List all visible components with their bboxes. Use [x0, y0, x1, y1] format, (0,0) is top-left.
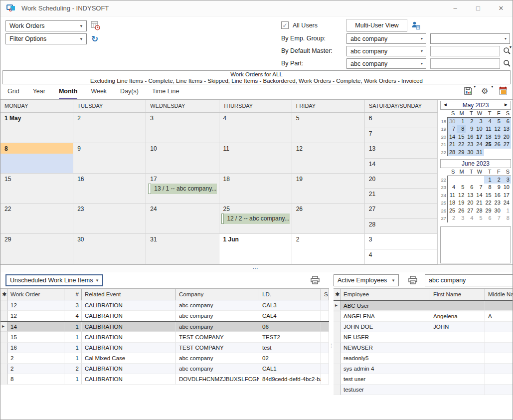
mini-day-cell[interactable]: 3	[457, 214, 466, 222]
calendar-day-cell[interactable]: 2512 / 2 -- abc company...	[219, 204, 292, 234]
mini-day-cell[interactable]: 19	[457, 199, 466, 207]
mini-day-cell[interactable]: 9	[466, 125, 475, 133]
column-header[interactable]: Related Event	[82, 289, 176, 300]
mini-day-cell[interactable]: 10	[502, 184, 511, 192]
work-item-row[interactable]: 81CALIBRATIONDOVDLFHCNMZJBUXSLFCGNI84d9c…	[0, 374, 329, 385]
calendar-day-cell[interactable]: 31	[146, 234, 219, 264]
mini-day-cell[interactable]: 30	[448, 118, 457, 126]
mini-day-cell[interactable]: 10	[475, 125, 484, 133]
print-icon[interactable]	[310, 276, 320, 285]
mini-day-cell[interactable]: 4	[484, 118, 493, 126]
mini-day-cell[interactable]: 12	[457, 192, 466, 200]
mini-day-cell[interactable]: 13	[502, 125, 511, 133]
mini-day-cell[interactable]: 17	[502, 192, 511, 200]
calendar-day-cell[interactable]: 30	[73, 234, 146, 264]
mini-day-cell[interactable]: 13	[466, 192, 475, 200]
mini-day-cell[interactable]: 22	[457, 141, 466, 149]
close-button[interactable]: ✕	[490, 0, 513, 16]
column-header[interactable]: #	[64, 289, 82, 300]
mini-day-cell[interactable]: 25	[484, 141, 493, 149]
mini-day-cell[interactable]: 1	[457, 118, 466, 126]
mini-day-cell[interactable]: 27	[502, 141, 511, 149]
mini-day-cell[interactable]: 15	[484, 192, 493, 200]
mini-day-cell[interactable]: 5	[457, 184, 466, 192]
calendar-day-cell[interactable]: 4	[219, 113, 292, 143]
mini-day-cell[interactable]: 3	[475, 118, 484, 126]
calendar-day-cell[interactable]: 22	[0, 204, 73, 234]
calendar-day-cell[interactable]: 29	[0, 234, 73, 264]
tab-week[interactable]: Week	[91, 88, 107, 99]
employee-row[interactable]: sys admin 4	[334, 364, 513, 374]
mini-day-cell[interactable]: 5	[475, 214, 484, 222]
calendar-day-cell[interactable]: 28	[365, 218, 437, 233]
print-icon[interactable]	[408, 276, 418, 285]
view-mode-dropdown[interactable]: Work Orders ▼	[5, 20, 87, 31]
mini-day-cell[interactable]: 20	[502, 133, 511, 141]
mini-day-cell[interactable]: 27	[466, 207, 475, 215]
default-master-company-dropdown[interactable]: abc company ▾	[346, 46, 426, 56]
mini-day-cell[interactable]: 26	[457, 207, 466, 215]
column-chooser-icon[interactable]: ✱	[334, 289, 341, 300]
calendar-day-cell[interactable]: 5	[292, 113, 365, 143]
minimize-button[interactable]: –	[444, 0, 467, 16]
mini-day-cell[interactable]: 28	[448, 149, 457, 157]
work-item-row[interactable]: 123CALIBRATIONabc companyCAL3	[0, 300, 329, 311]
maximize-button[interactable]: □	[467, 0, 490, 16]
column-header[interactable]: First Name	[430, 289, 485, 300]
mini-day-cell[interactable]: 5	[493, 118, 502, 126]
column-header[interactable]: Employee	[341, 289, 430, 300]
mini-day-cell[interactable]: 26	[493, 141, 502, 149]
calendar-day-cell[interactable]: 9	[73, 143, 146, 174]
mini-day-cell[interactable]: 15	[457, 133, 466, 141]
calendar-day-cell[interactable]: 6	[365, 113, 437, 128]
calendar-day-cell[interactable]: 1 Jun	[219, 234, 292, 264]
calendar-day-cell[interactable]: 13	[365, 143, 437, 158]
default-master-input[interactable]	[430, 46, 500, 56]
employee-row[interactable]: NEWUSER	[334, 343, 513, 353]
mini-day-cell[interactable]: 4	[466, 214, 475, 222]
calendar-day-cell[interactable]: 11	[219, 143, 292, 174]
mini-day-cell[interactable]: 23	[493, 199, 502, 207]
settings-gear-icon[interactable]: ⚙ ▾	[481, 86, 491, 96]
mini-day-cell[interactable]: 7	[493, 214, 502, 222]
mini-day-cell[interactable]: 21	[475, 199, 484, 207]
mini-day-cell[interactable]: 17	[475, 133, 484, 141]
calendar-day-cell[interactable]: 3	[365, 234, 437, 249]
mini-day-cell[interactable]: 8	[502, 214, 511, 222]
calendar-day-cell[interactable]: 1713 / 1 -- abc company...	[146, 174, 219, 204]
calendar-day-cell[interactable]: 2	[73, 113, 146, 143]
previous-month-icon[interactable]: ◄	[443, 102, 448, 107]
column-header[interactable]: S	[321, 289, 329, 300]
calendar-day-cell[interactable]: 12	[292, 143, 365, 174]
tab-day-s-[interactable]: Day(s)	[120, 88, 139, 99]
work-items-selector-dropdown[interactable]: Unscheduled Work Line Items ▼	[5, 274, 103, 286]
emp-group-value-dropdown[interactable]: ▾	[430, 33, 510, 44]
mini-day-cell[interactable]: 11	[484, 125, 493, 133]
save-layout-icon[interactable]: ▾	[464, 86, 474, 96]
next-month-icon[interactable]: ►	[504, 102, 509, 107]
emp-group-company-dropdown[interactable]: abc company ▾	[346, 33, 426, 44]
tab-year[interactable]: Year	[33, 88, 45, 99]
mini-day-cell[interactable]: 29	[484, 207, 493, 215]
work-item-row[interactable]: 161CALIBRATIONTEST COMPANYtest	[0, 343, 329, 353]
mini-day-cell[interactable]: 9	[493, 184, 502, 192]
mini-day-cell[interactable]: 22	[484, 199, 493, 207]
mini-day-cell[interactable]: 30	[466, 149, 475, 157]
column-header[interactable]: I.D.	[259, 289, 321, 300]
user-calendar-icon[interactable]	[411, 21, 420, 30]
mini-day-cell[interactable]: 31	[475, 149, 484, 157]
calendar-day-cell[interactable]: 27	[365, 204, 437, 218]
all-users-checkbox[interactable]: ✓	[281, 21, 289, 29]
employees-selector-dropdown[interactable]: Active Employees ▼	[334, 274, 399, 286]
mini-day-cell[interactable]: 16	[493, 192, 502, 200]
mini-day-cell[interactable]: 30	[493, 207, 502, 215]
column-header[interactable]: Work Order	[7, 289, 64, 300]
calendar-day-cell[interactable]: 24	[146, 204, 219, 234]
calendar-day-cell[interactable]: 20	[365, 174, 437, 189]
mini-day-cell[interactable]: 8	[457, 125, 466, 133]
calendar-day-cell[interactable]: 7	[365, 128, 437, 143]
calendar-day-cell[interactable]: 19	[292, 174, 365, 204]
calendar-day-cell[interactable]: 26	[292, 204, 365, 234]
employee-company-dropdown[interactable]: abc company ▾	[425, 274, 513, 286]
mini-day-cell[interactable]: 12	[493, 125, 502, 133]
